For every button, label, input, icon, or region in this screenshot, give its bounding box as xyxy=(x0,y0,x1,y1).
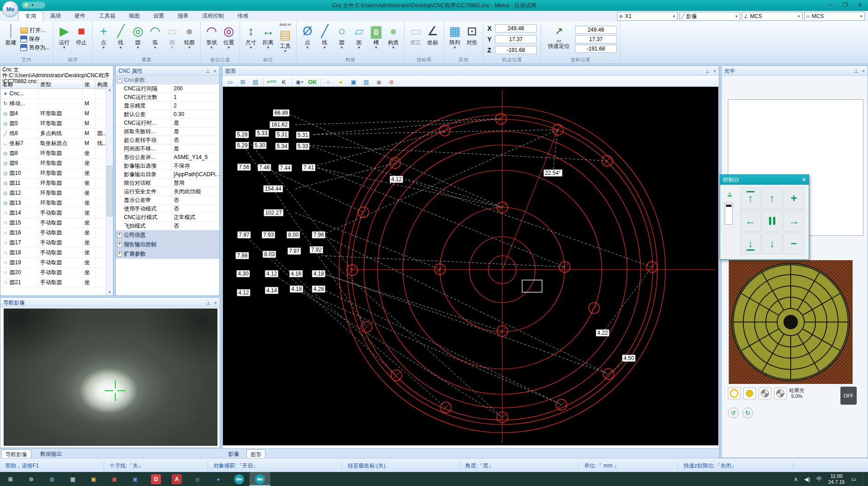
ribbon-tab-流程控制[interactable]: 流程控制 xyxy=(195,11,231,21)
tree-row[interactable]: ○圆14手动取圆坐 xyxy=(0,208,113,218)
spot-light-button[interactable] xyxy=(743,388,756,399)
tree-row[interactable]: ★Cnc... xyxy=(0,89,113,99)
light-ring-control[interactable] xyxy=(729,260,853,384)
ribbon-tab-硬件[interactable]: 硬件 xyxy=(68,11,92,21)
property-row[interactable]: 形位公差评...ASME_Y14_5 xyxy=(116,153,219,162)
app-d-icon[interactable]: D xyxy=(146,472,166,486)
tree-row[interactable]: ○圆18手动取圆坐 xyxy=(0,248,113,258)
start-button[interactable]: ⊞ xyxy=(0,472,21,486)
console-title-bar[interactable]: 控制台 ✕ xyxy=(720,175,809,185)
app-a-icon[interactable]: A xyxy=(166,472,187,486)
close-icon[interactable]: × xyxy=(862,68,865,74)
tree-row[interactable]: ◎圆8环形取圆坐 xyxy=(0,149,113,159)
collapsed-section-报告输出控制[interactable]: +报告输出控制 xyxy=(116,240,219,249)
tree-row[interactable]: ○圆17手动取圆坐 xyxy=(0,238,113,248)
stop-button[interactable]: ■停止 xyxy=(73,22,90,56)
measurement-canvas[interactable]: 66.89161.625.285.335.315.315.295.305.345… xyxy=(223,87,718,445)
distance-button[interactable]: ↔距离▼ xyxy=(259,22,277,56)
tree-row[interactable]: ◎圆11环形取圆坐 xyxy=(0,178,113,188)
property-row[interactable]: 显示公差带否 xyxy=(116,196,219,205)
scrollbar-thumb[interactable] xyxy=(107,166,113,216)
ribbon-tab-视图[interactable]: 视图 xyxy=(122,11,146,21)
quick-access-icon[interactable] xyxy=(24,3,28,7)
save-as-button[interactable]: 另存为... xyxy=(20,44,50,51)
maximize-button[interactable]: ❐ xyxy=(838,0,853,10)
property-row[interactable]: 影像输出选项不保存 xyxy=(116,162,219,170)
ribbon-tab-常用[interactable]: 常用 xyxy=(18,11,43,22)
property-row[interactable]: 使用手动模式否 xyxy=(116,205,219,213)
jog-plus-button[interactable]: + xyxy=(783,187,804,209)
ribbon-tab-设置[interactable]: 设置 xyxy=(146,11,171,21)
bottom-tab-数据输出[interactable]: 数据输出 xyxy=(37,449,66,458)
construct-line-button[interactable]: ╱线▼ xyxy=(316,22,333,56)
jog-minus-button[interactable]: − xyxy=(783,233,804,254)
pan-select-icon[interactable]: ▭ xyxy=(224,77,236,86)
close-icon[interactable]: × xyxy=(214,68,217,74)
jog-down-button[interactable]: ↓ xyxy=(762,233,783,254)
property-row[interactable]: CNC运行间隔200 xyxy=(116,84,219,93)
scroll-down-icon[interactable]: ▼ xyxy=(108,290,112,294)
browser-circle-icon[interactable]: ◍ xyxy=(42,472,62,486)
property-row[interactable]: 显示精度2 xyxy=(116,102,219,110)
property-row[interactable]: 影像输出目录[AppPath]\CADPi... xyxy=(116,170,219,179)
collapse-box[interactable]: − xyxy=(117,78,122,83)
view-tab-影像[interactable]: 影像 xyxy=(225,449,243,458)
tree-row[interactable]: ◎圆9环形取圆坐 xyxy=(0,159,113,168)
app-logo[interactable]: Me xyxy=(2,1,19,17)
property-row[interactable]: 超公差转手动否 xyxy=(116,136,219,145)
task-view-button[interactable]: ▦ xyxy=(62,472,83,486)
tree-row[interactable]: ○圆16手动取圆坐 xyxy=(0,228,113,238)
ribbon-tab-传感[interactable]: 传感 xyxy=(231,11,255,21)
tree-row[interactable]: ○圆20手动取圆坐 xyxy=(0,268,113,278)
chevron-down-icon[interactable]: ▼ xyxy=(31,3,34,7)
tree-row[interactable]: ◎圆12环形取圆坐 xyxy=(0,188,113,198)
ime-indicator[interactable]: 中 xyxy=(816,475,822,483)
hidden-icons-chevron[interactable]: ∧ xyxy=(794,476,798,482)
tree-row[interactable]: ○圆19手动取圆坐 xyxy=(0,258,113,268)
camera-view[interactable] xyxy=(4,308,217,446)
tree-row[interactable]: ○圆15手动取圆坐 xyxy=(0,218,113,228)
array-button[interactable]: ▦阵列▼ xyxy=(446,22,463,56)
align-button[interactable]: ▭摆正 xyxy=(407,22,424,56)
tree-row[interactable]: ○圆21手动取圆坐 xyxy=(0,278,113,288)
tree-col-2[interactable]: 坐 xyxy=(83,80,95,89)
property-row[interactable]: CNC运行模式正常模式 xyxy=(116,213,219,222)
collapsed-section-扩展参数[interactable]: +扩展参数 xyxy=(116,249,219,259)
close-icon[interactable]: × xyxy=(214,300,217,306)
property-row[interactable]: 同画面不移...是 xyxy=(116,145,219,153)
show-desktop-strip[interactable] xyxy=(863,472,865,486)
undo-icon[interactable]: ↺ xyxy=(728,407,739,418)
tree-row[interactable]: ◎圆13环形取圆坐 xyxy=(0,198,113,208)
quick-locate-button[interactable]: ↗xyz快速定位 xyxy=(543,22,574,56)
property-row[interactable]: 限位对话框禁用 xyxy=(116,179,219,187)
tree-row[interactable]: ∟坐标7取坐标原点M线... xyxy=(0,139,113,149)
ok-icon[interactable]: OK xyxy=(307,77,318,86)
tree-row[interactable]: ↻移动...M xyxy=(0,99,113,109)
app-round-icon[interactable]: ● xyxy=(208,472,229,486)
focus-button[interactable]: ⊡对焦 xyxy=(463,22,481,56)
tree-col-1[interactable]: 类型 xyxy=(38,80,83,89)
construct-cloud-button[interactable]: ●构造▼ xyxy=(385,22,402,56)
minimize-button[interactable]: — xyxy=(824,0,838,10)
pin-icon[interactable]: ⊥ xyxy=(854,68,859,74)
quick-access-toolbar[interactable]: ▼ xyxy=(22,2,45,9)
bottom-tab-导航影像[interactable]: 导航影像 xyxy=(1,449,31,458)
metus-icon[interactable]: Me xyxy=(229,472,250,486)
jog-top-button[interactable]: ↑ xyxy=(740,187,761,209)
ribbon-tab-工具箱[interactable]: 工具箱 xyxy=(92,11,122,21)
users-icon[interactable]: ◉ xyxy=(373,77,385,86)
contour-button[interactable]: ●轮廓▼ xyxy=(181,22,198,56)
fit-view-icon[interactable]: ⊞ xyxy=(237,77,249,86)
combo-axes-icon[interactable]: ∠MCS▼ xyxy=(742,12,802,21)
tree-scrollbar[interactable]: ▲ ▼ xyxy=(106,87,113,295)
taskbar-clock[interactable]: 11:00 24.7.15 xyxy=(828,473,845,485)
eye-icon[interactable]: ◉▼ xyxy=(294,77,306,86)
tree-row[interactable]: ◔圆22多段扇区取圆坐 xyxy=(0,288,113,289)
property-row[interactable]: CNC运行次数1 xyxy=(116,93,219,102)
combo-target-icon[interactable]: ⊕X1▼ xyxy=(617,12,678,21)
close-button[interactable]: ✕ xyxy=(853,0,867,10)
slot-button[interactable]: 0槽▼ xyxy=(368,22,385,56)
ring-light-button[interactable] xyxy=(728,388,741,399)
record-icon[interactable]: ○ xyxy=(322,77,334,86)
pin-icon[interactable]: ⊥ xyxy=(206,68,210,74)
